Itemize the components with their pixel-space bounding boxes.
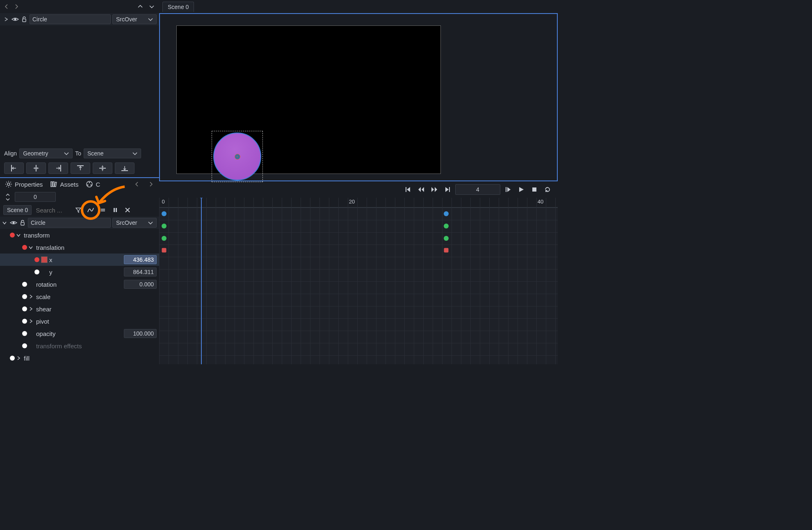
frame-spinner-value[interactable]: 0 [15, 192, 56, 202]
color-chip[interactable] [41, 256, 48, 263]
spinner-down[interactable] [4, 197, 11, 201]
keyframe-marker[interactable] [162, 236, 167, 241]
align-top-button[interactable] [71, 162, 90, 174]
prop-rotation[interactable]: rotation 0.000 [0, 278, 159, 290]
keyframe-dot-icon[interactable] [22, 306, 27, 311]
equal-icon[interactable] [98, 205, 108, 215]
tabs-scroll-right[interactable] [148, 181, 154, 187]
third-tab[interactable]: C [86, 180, 100, 188]
prop-scale[interactable]: scale [0, 290, 159, 303]
playhead[interactable] [201, 198, 202, 364]
align-bottom-button[interactable] [115, 162, 135, 174]
prop-x[interactable]: x 436.483 [0, 254, 159, 266]
prop-fill[interactable]: fill [0, 352, 159, 364]
tl-layer-row[interactable]: SrcOver [0, 217, 159, 229]
nav-back-button[interactable] [3, 3, 10, 10]
keyframe-dot-icon[interactable] [22, 294, 27, 299]
keyframe-record-icon[interactable] [34, 257, 39, 262]
svg-rect-10 [53, 182, 54, 187]
tl-blend-value: SrcOver [116, 219, 137, 226]
keyframe-record-icon[interactable] [10, 233, 15, 238]
tabs-scroll-left[interactable] [134, 181, 140, 187]
circle-shape[interactable]: + [213, 132, 261, 180]
visibility-icon[interactable] [10, 219, 17, 226]
pivot-handle[interactable]: + [235, 154, 240, 160]
current-frame-display[interactable]: 4 [455, 184, 500, 195]
keyframe-marker[interactable] [162, 248, 167, 253]
timeline-search-input[interactable] [34, 206, 71, 215]
timeline-scene-chip[interactable]: Scene 0 [3, 205, 32, 215]
x-value-input[interactable]: 436.483 [124, 255, 157, 264]
prop-transform[interactable]: transform [0, 229, 159, 241]
keyframe-record-icon[interactable] [22, 245, 27, 250]
blend-mode-dropdown[interactable]: SrcOver [112, 14, 157, 24]
filter-icon[interactable] [73, 205, 83, 215]
align-right-button[interactable] [48, 162, 68, 174]
keyframe-marker[interactable] [444, 236, 449, 241]
loop-button[interactable] [542, 184, 553, 195]
timeline-grid[interactable]: 0 20 40 [159, 198, 558, 364]
keyframe-marker[interactable] [444, 248, 449, 253]
keyframe-dot-icon[interactable] [22, 282, 27, 287]
prev-keyframe-button[interactable] [416, 184, 427, 195]
lock-icon[interactable] [19, 219, 26, 226]
visibility-icon[interactable] [11, 16, 19, 23]
stop-button[interactable] [529, 184, 540, 195]
prop-pivot[interactable]: pivot [0, 315, 159, 327]
prop-transform-effects[interactable]: transform effects [0, 340, 159, 352]
align-target-dropdown[interactable]: Scene [84, 148, 141, 158]
prop-label: shear [36, 306, 52, 313]
svg-point-13 [89, 182, 90, 183]
spinner-up[interactable] [4, 193, 11, 197]
keyframe-dot-icon[interactable] [22, 331, 27, 336]
keyframe-dot-icon[interactable] [34, 270, 39, 274]
keyframe-marker[interactable] [162, 211, 167, 216]
expand-down-button[interactable] [148, 4, 156, 9]
keyframe-dot-icon[interactable] [10, 356, 15, 361]
keyframe-marker[interactable] [444, 211, 449, 216]
keyframe-dot-icon[interactable] [22, 319, 27, 324]
layer-name-input[interactable] [30, 14, 111, 24]
collapse-up-button[interactable] [136, 4, 144, 9]
chevron-right-icon[interactable] [29, 319, 34, 323]
prop-y[interactable]: y 864.311 [0, 266, 159, 278]
hierarchy-layer-row[interactable]: SrcOver [0, 13, 159, 25]
prop-opacity[interactable]: opacity 100.000 [0, 327, 159, 340]
properties-tab[interactable]: Properties [5, 180, 43, 188]
pause-icon[interactable] [110, 205, 120, 215]
chevron-down-icon[interactable] [16, 233, 22, 237]
rotation-value-input[interactable]: 0.000 [124, 280, 157, 289]
opacity-value-input[interactable]: 100.000 [124, 329, 157, 338]
tl-blend-dropdown[interactable]: SrcOver [112, 218, 157, 228]
curve-editor-button[interactable] [86, 205, 96, 215]
expand-icon[interactable] [2, 16, 10, 23]
next-keyframe-button[interactable] [429, 184, 440, 195]
nav-forward-button[interactable] [13, 3, 20, 10]
keyframe-marker[interactable] [444, 224, 449, 228]
y-value-input[interactable]: 864.311 [124, 267, 157, 276]
chevron-down-icon[interactable] [29, 245, 34, 249]
keyframe-marker[interactable] [162, 224, 167, 228]
tl-layer-name-input[interactable] [28, 218, 111, 228]
close-icon[interactable] [123, 205, 132, 215]
align-vcenter-button[interactable] [93, 162, 112, 174]
align-left-button[interactable] [4, 162, 24, 174]
chevron-right-icon[interactable] [16, 356, 22, 360]
prop-shear[interactable]: shear [0, 303, 159, 315]
viewport[interactable]: + [159, 13, 558, 181]
align-hcenter-button[interactable] [26, 162, 46, 174]
play-button[interactable] [516, 184, 527, 195]
chevron-right-icon[interactable] [29, 307, 34, 311]
goto-start-button[interactable] [403, 184, 413, 195]
step-forward-button[interactable] [503, 184, 513, 195]
align-mode-dropdown[interactable]: Geometry [19, 148, 73, 158]
chevron-right-icon[interactable] [29, 295, 34, 299]
goto-end-button[interactable] [442, 184, 453, 195]
chevron-down-icon[interactable] [2, 221, 8, 225]
lock-icon[interactable] [21, 16, 28, 23]
svg-rect-22 [406, 187, 406, 192]
assets-tab[interactable]: Assets [50, 180, 78, 188]
scene-tab[interactable]: Scene 0 [162, 2, 194, 12]
prop-translation[interactable]: translation [0, 241, 159, 254]
keyframe-dot-icon[interactable] [22, 343, 27, 348]
